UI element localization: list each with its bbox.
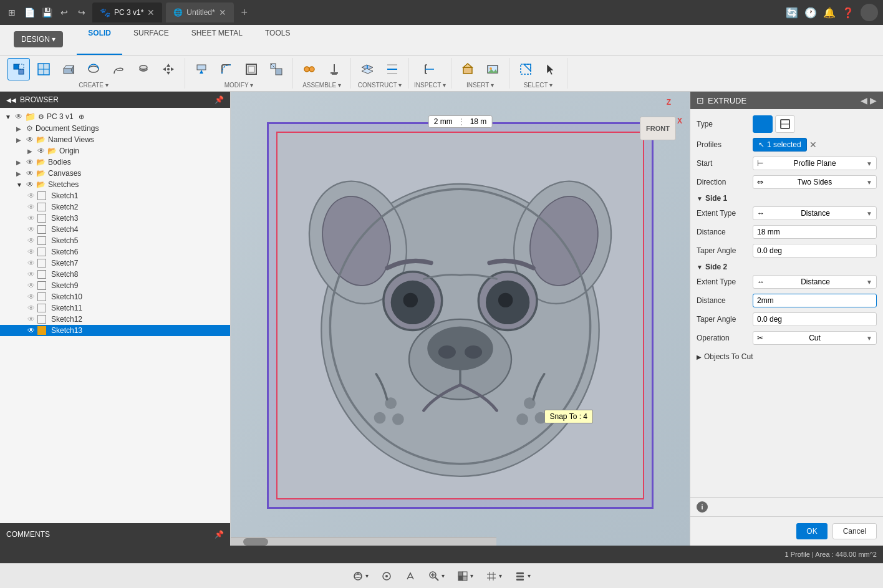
- tree-sketches[interactable]: ▼ 👁 📂 Sketches: [0, 179, 230, 190]
- select-btn[interactable]: [514, 58, 537, 80]
- toolbar-tab-sheetmetal[interactable]: SHEET METAL: [180, 25, 254, 55]
- tree-origin[interactable]: ▶ 👁 📂 Origin: [0, 145, 230, 157]
- tree-s11-vis[interactable]: 👁: [27, 304, 35, 312]
- tree-s3-vis[interactable]: 👁: [27, 214, 35, 223]
- apps-icon[interactable]: ⊞: [5, 6, 19, 19]
- tree-s7-vis[interactable]: 👁: [27, 259, 35, 267]
- undo-icon[interactable]: ↩: [57, 6, 71, 19]
- objects-to-cut-row[interactable]: ▶ Objects To Cut: [697, 350, 877, 364]
- clock-icon[interactable]: 🕐: [804, 7, 817, 19]
- tree-sketch11[interactable]: 👁Sketch11: [0, 302, 230, 314]
- type-surface-btn[interactable]: [775, 115, 795, 133]
- tab-untitled[interactable]: 🌐 Untitled* ✕: [166, 2, 233, 22]
- help-icon[interactable]: ❓: [842, 7, 854, 19]
- comments-pin[interactable]: 📌: [215, 530, 224, 539]
- tree-sketch10[interactable]: 👁Sketch10: [0, 291, 230, 302]
- look-at-btn[interactable]: [401, 569, 420, 584]
- tree-s10-vis[interactable]: 👁: [27, 292, 35, 301]
- create-sketch-btn[interactable]: [32, 58, 55, 80]
- tree-s13-vis[interactable]: 👁: [27, 326, 35, 335]
- coil-btn[interactable]: [107, 58, 130, 80]
- operation-dropdown[interactable]: ✂ Cut ▼: [753, 331, 877, 345]
- redo-icon[interactable]: ↪: [75, 6, 89, 19]
- tree-sketch12[interactable]: 👁Sketch12: [0, 314, 230, 325]
- profiles-clear-btn[interactable]: ✕: [809, 140, 817, 150]
- hole-btn[interactable]: [132, 58, 155, 80]
- revolve-btn[interactable]: [82, 58, 105, 80]
- browser-pin[interactable]: 📌: [215, 95, 224, 104]
- select-group-label[interactable]: SELECT ▾: [524, 82, 553, 89]
- bell-icon[interactable]: 🔔: [823, 7, 836, 19]
- offset-plane-btn[interactable]: [356, 58, 379, 80]
- tree-s9-vis[interactable]: 👁: [27, 281, 35, 290]
- tab-pc3v1[interactable]: 🐾 PC 3 v1* ✕: [92, 2, 162, 22]
- cursor-btn[interactable]: [539, 58, 562, 80]
- tree-bodies[interactable]: ▶ 👁 📂 Bodies: [0, 157, 230, 168]
- tree-sketch2[interactable]: 👁Sketch2: [0, 201, 230, 213]
- scale-btn[interactable]: [265, 58, 287, 80]
- side1-header[interactable]: ▼ Side 1: [697, 194, 877, 203]
- toolbar-tab-solid[interactable]: SOLID: [77, 25, 122, 55]
- tree-root[interactable]: ▼ 👁 📁 ⚙ PC 3 v1 ⊕: [0, 110, 230, 123]
- avatar[interactable]: [861, 4, 878, 21]
- construct-group-label[interactable]: CONSTRUCT ▾: [358, 82, 402, 89]
- grid-btn[interactable]: ▾: [482, 569, 506, 584]
- ground-btn[interactable]: [323, 58, 345, 80]
- side1-distance-input[interactable]: [753, 225, 877, 239]
- tree-canvases-visibility[interactable]: 👁: [26, 169, 34, 178]
- orbit-btn[interactable]: ▾: [349, 569, 372, 584]
- toolbar-tab-tools[interactable]: TOOLS: [254, 25, 301, 55]
- add-tab-icon[interactable]: +: [238, 6, 251, 19]
- tree-named-views[interactable]: ▶ 👁 📂 Named Views: [0, 134, 230, 145]
- type-solid-btn[interactable]: [753, 115, 773, 133]
- tab-pc3v1-close[interactable]: ✕: [147, 7, 155, 17]
- start-dropdown[interactable]: ⊢ Profile Plane ▼: [753, 157, 877, 170]
- file-icon[interactable]: 📄: [22, 6, 36, 19]
- tree-root-origin-icon[interactable]: ⊕: [79, 113, 84, 121]
- cube-front-face[interactable]: FRONT: [640, 117, 676, 140]
- tree-root-visibility[interactable]: 👁: [15, 112, 22, 121]
- panel-prev[interactable]: ◀: [861, 95, 867, 105]
- side2-distance-input[interactable]: [753, 294, 877, 307]
- zoom-btn[interactable]: ▾: [425, 569, 448, 584]
- tree-s4-vis[interactable]: 👁: [27, 225, 35, 234]
- info-icon[interactable]: i: [697, 501, 708, 513]
- tree-document-settings[interactable]: ▶ ⚙ Document Settings: [0, 123, 230, 134]
- midplane-btn[interactable]: [381, 58, 403, 80]
- inspect-group-label[interactable]: INSPECT ▾: [414, 82, 446, 89]
- tree-sketch8[interactable]: 👁Sketch8: [0, 269, 230, 280]
- panel-next[interactable]: ▶: [870, 95, 877, 105]
- tree-sketches-visibility[interactable]: 👁: [26, 180, 34, 189]
- cancel-button[interactable]: Cancel: [832, 523, 877, 539]
- tree-s2-vis[interactable]: 👁: [27, 203, 35, 211]
- tree-s12-vis[interactable]: 👁: [27, 315, 35, 324]
- display-mode-btn[interactable]: ▾: [453, 569, 477, 584]
- insert-canvas-btn[interactable]: [481, 58, 504, 80]
- view-settings-btn[interactable]: ▾: [511, 569, 534, 584]
- tree-namedviews-visibility[interactable]: 👁: [26, 135, 34, 144]
- tab-untitled-close[interactable]: ✕: [219, 7, 226, 17]
- measure-btn[interactable]: [418, 58, 441, 80]
- tree-sketch13[interactable]: 👁 Sketch13: [0, 325, 230, 336]
- pan-home-btn[interactable]: [377, 569, 396, 584]
- tree-sketch6[interactable]: 👁Sketch6: [0, 246, 230, 258]
- move-btn[interactable]: [157, 58, 180, 80]
- tree-sketch3[interactable]: 👁Sketch3: [0, 213, 230, 224]
- toolbar-tab-design[interactable]: DESIGN ▾: [0, 25, 77, 55]
- toolbar-tab-surface[interactable]: SURFACE: [122, 25, 180, 55]
- tree-sketch4[interactable]: 👁Sketch4: [0, 224, 230, 235]
- view-cube[interactable]: Z X FRONT: [634, 98, 683, 148]
- create-group-label[interactable]: CREATE ▾: [79, 82, 109, 89]
- side1-taper-input[interactable]: [753, 244, 877, 258]
- tree-sketch7[interactable]: 👁Sketch7: [0, 258, 230, 269]
- tree-s6-vis[interactable]: 👁: [27, 248, 35, 256]
- refresh-icon[interactable]: 🔄: [786, 7, 798, 19]
- horizontal-scrollbar[interactable]: [231, 537, 496, 546]
- design-button[interactable]: DESIGN ▾: [14, 31, 63, 47]
- insert-mesh-btn[interactable]: [456, 58, 479, 80]
- tree-sketch1[interactable]: 👁Sketch1: [0, 190, 230, 201]
- viewport[interactable]: 2 mm ⋮ 18 m: [231, 92, 690, 546]
- tree-s5-vis[interactable]: 👁: [27, 236, 35, 245]
- tree-canvases[interactable]: ▶ 👁 📂 Canvases: [0, 168, 230, 179]
- side2-taper-input[interactable]: [753, 312, 877, 326]
